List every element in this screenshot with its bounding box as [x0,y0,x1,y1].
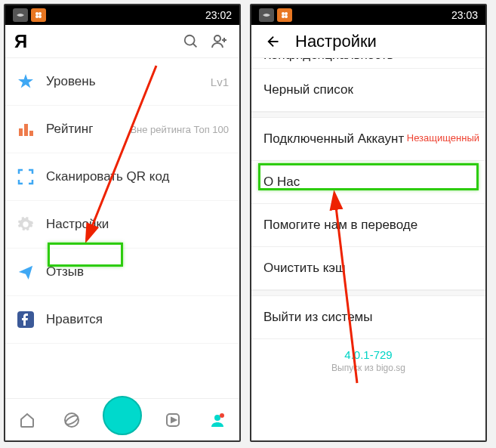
svg-point-21 [285,12,288,15]
svg-point-12 [23,222,28,227]
svg-point-23 [285,15,288,18]
statusbar-clock: 23:03 [451,9,478,21]
menu-label: Настройки [46,217,109,232]
header: Настройки [251,25,485,58]
version-sub: Выпуск из bigo.sg [260,363,476,373]
status-app-icon [31,8,46,22]
settings-label: Подключенный Аккаунт [263,131,404,146]
nav-video[interactable] [160,407,186,433]
bars-icon [16,119,35,139]
nav-home[interactable] [14,407,40,433]
menu-item-rating[interactable]: Рейтинг Вне рейтинга Топ 100 [5,106,239,153]
phone-left: 23:02 Я Уровень Lv1 Рейтинг Вне рейтинга… [4,4,241,442]
menu-item-settings[interactable]: Настройки [5,201,239,249]
status-notification-icon [259,8,274,22]
star-icon [16,72,35,91]
svg-rect-10 [24,124,28,136]
nav-explore[interactable] [59,407,85,433]
svg-rect-9 [19,128,23,136]
svg-point-1 [39,12,42,15]
version-block: 4.0.1-729 Выпуск из bigo.sg [251,339,485,382]
menu-label: Рейтинг [46,122,93,137]
svg-point-0 [35,12,39,15]
bottom-nav [5,398,239,440]
menu-item-like[interactable]: Нравится [5,296,239,344]
menu-label: Отзыв [46,264,84,280]
header-title: Я [14,31,27,52]
menu-label: Сканировать QR код [46,169,169,184]
menu-value: Вне рейтинга Топ 100 [130,124,229,135]
settings-item-blacklist[interactable]: Черный список [251,69,485,112]
back-button[interactable] [260,33,288,50]
status-app-icon [277,8,292,22]
facebook-icon [16,310,35,329]
svg-point-4 [185,35,195,45]
menu-item-qr[interactable]: Сканировать QR код [5,153,239,201]
nav-profile[interactable] [205,407,230,433]
menu-item-level[interactable]: Уровень Lv1 [5,58,239,106]
statusbar: 23:03 [251,5,485,25]
menu-label: Уровень [46,74,96,89]
settings-item-logout[interactable]: Выйти из системы [251,295,485,339]
phone-right: 23:03 Настройки Конфиденциальность Черны… [250,4,487,442]
statusbar-clock: 23:02 [205,9,232,21]
svg-point-18 [214,415,220,421]
nav-live-button[interactable] [103,396,142,435]
settings-item-connected[interactable]: Подключенный Аккаунт Незащищенный [251,117,485,161]
gear-icon [16,215,35,234]
plane-icon [16,262,35,282]
menu-value: Lv1 [211,76,229,88]
svg-point-20 [282,12,285,15]
svg-rect-11 [29,131,33,136]
svg-point-6 [214,36,220,42]
settings-scroll: Конфиденциальность Черный список Подключ… [251,58,485,440]
page-title: Настройки [295,32,377,51]
svg-point-3 [39,15,42,18]
settings-item-translate[interactable]: Помогите нам в переводе [251,204,485,247]
svg-point-2 [35,15,39,18]
settings-item-clearcache[interactable]: Очистить кэш [251,247,485,290]
unprotected-warning: Незащищенный [407,132,479,144]
header: Я [5,25,239,58]
status-notification-icon [13,8,28,22]
version-number: 4.0.1-729 [260,348,476,361]
statusbar: 23:02 [5,5,239,25]
qr-icon [16,167,35,187]
svg-point-22 [282,15,285,18]
svg-line-5 [193,43,197,47]
settings-item-privacy[interactable]: Конфиденциальность [251,58,485,69]
menu-scroll: Уровень Lv1 Рейтинг Вне рейтинга Топ 100… [5,58,239,398]
search-icon[interactable] [180,31,202,52]
menu-label: Нравится [46,312,103,327]
svg-point-19 [220,413,224,418]
settings-item-about[interactable]: О Нас [251,161,485,204]
add-user-icon[interactable] [209,31,230,52]
menu-item-feedback[interactable]: Отзыв [5,249,239,296]
